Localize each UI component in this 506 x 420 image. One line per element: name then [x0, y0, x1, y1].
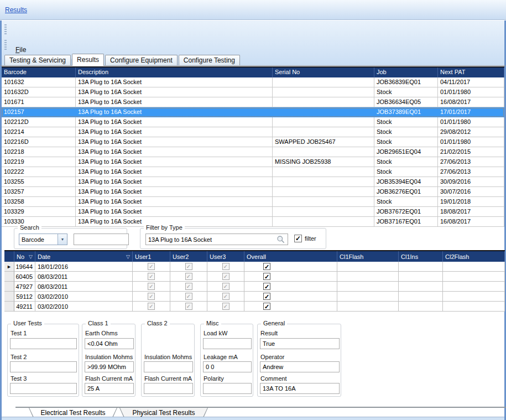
- class2-flash-input[interactable]: [144, 383, 193, 394]
- cell-barcode: 102222: [2, 167, 76, 177]
- equipment-row[interactable]: 101632D 13A Plug to 16A Socket Stock 01/…: [2, 87, 504, 97]
- class2-insulation-input[interactable]: [144, 361, 193, 372]
- checkbox-user3[interactable]: [222, 303, 229, 310]
- equipment-row[interactable]: 102222 13A Plug to 16A Socket Stock 27/0…: [2, 167, 504, 177]
- equipment-row[interactable]: 103257 13A Plug to 16A Socket JOB36276EQ…: [2, 187, 504, 197]
- column-header-cl1ins[interactable]: Cl1Ins: [399, 251, 443, 262]
- result-row[interactable]: 19644 18/01/2016: [4, 262, 505, 272]
- checkbox-user2[interactable]: [185, 303, 192, 310]
- class1-flash-input[interactable]: [85, 383, 134, 394]
- result-row[interactable]: 47927 08/03/2011: [4, 282, 505, 292]
- search-input[interactable]: [74, 234, 129, 245]
- column-header-serial[interactable]: Serial No: [273, 68, 374, 77]
- result-input[interactable]: [260, 338, 340, 349]
- equipment-row[interactable]: 102216D 13A Plug to 16A Socket SWAPPED J…: [2, 137, 504, 147]
- equipment-row[interactable]: 102219 13A Plug to 16A Socket MISSING JO…: [2, 157, 504, 167]
- equipment-row[interactable]: 103330 13A Plug to 16A Socket JOB37167EQ…: [2, 217, 504, 227]
- column-header-barcode[interactable]: Barcode: [2, 68, 76, 77]
- test2-label: Test 2: [11, 354, 27, 360]
- row-selector-cell: [4, 302, 14, 312]
- checkbox-overall[interactable]: [263, 263, 270, 270]
- checkbox-user1[interactable]: [148, 273, 155, 280]
- class2-title: Class 2: [145, 320, 170, 326]
- test2-input[interactable]: [10, 361, 77, 372]
- polarity-input[interactable]: [203, 383, 252, 394]
- equipment-row[interactable]: 103255 13A Plug to 16A Socket JOB35394EQ…: [2, 177, 504, 187]
- filter-type-input[interactable]: [146, 234, 277, 245]
- equipment-row[interactable]: 102214 13A Plug to 16A Socket Stock 29/0…: [2, 127, 504, 137]
- equipment-row[interactable]: 103258 13A Plug to 16A Socket Stock 19/0…: [2, 197, 504, 207]
- column-header-no[interactable]: No: [14, 251, 35, 262]
- checkbox-user3[interactable]: [222, 283, 229, 290]
- column-header-cl2flash[interactable]: Cl2Flash: [443, 251, 505, 262]
- equipment-row[interactable]: 102212D 13A Plug to 16A Socket Stock 01/…: [2, 117, 504, 127]
- cell-barcode: 101632D: [2, 87, 76, 97]
- column-header-user1[interactable]: User1: [133, 251, 170, 262]
- column-header-next-pat[interactable]: Next PAT: [438, 68, 504, 77]
- cell-next-pat: 18/08/2017: [438, 207, 504, 217]
- column-header-date[interactable]: Date: [35, 251, 133, 262]
- checkbox-user1[interactable]: [148, 263, 155, 270]
- checkbox-user2[interactable]: [185, 283, 192, 290]
- checkbox-user3[interactable]: [222, 293, 229, 300]
- column-header-cl1flash[interactable]: Cl1Flash: [337, 251, 399, 262]
- filter-checkbox[interactable]: [294, 235, 302, 242]
- test1-input[interactable]: [10, 338, 77, 349]
- class1-insulation-input[interactable]: [85, 361, 134, 372]
- main-tab[interactable]: Configure Testing: [179, 55, 240, 65]
- row-selector-cell: [4, 272, 14, 282]
- earth-ohms-input[interactable]: [85, 338, 134, 349]
- result-row[interactable]: 59112 03/02/2010: [4, 292, 505, 302]
- filter-groupbox-title: Filter by Type: [144, 224, 185, 231]
- results-back-link[interactable]: Results: [5, 6, 27, 14]
- cell-job: JOB37389EQ01: [374, 107, 438, 117]
- cell-barcode: 101671: [2, 97, 76, 107]
- sort-icon: [29, 254, 33, 260]
- main-tabstrip: Testing & Servicing Results Configure Eq…: [0, 54, 506, 66]
- equipment-row[interactable]: 101671 13A Plug to 16A Socket JOB36634EQ…: [2, 97, 504, 107]
- checkbox-user3[interactable]: [222, 263, 229, 270]
- result-row[interactable]: 49211 03/02/2010: [4, 302, 505, 312]
- main-tab[interactable]: Configure Equipment: [105, 55, 178, 65]
- checkbox-user1[interactable]: [148, 303, 155, 310]
- cell-cl1ins: [399, 282, 443, 292]
- cell-date: 03/02/2010: [35, 292, 133, 302]
- checkbox-user2[interactable]: [185, 263, 192, 270]
- checkbox-user2[interactable]: [185, 273, 192, 280]
- result-row[interactable]: 60405 08/03/2011: [4, 272, 505, 282]
- dropdown-arrow-icon: [58, 234, 67, 245]
- search-field-select[interactable]: Barcode: [19, 234, 67, 245]
- checkbox-overall[interactable]: [263, 283, 270, 290]
- row-selector-cell: [4, 292, 14, 302]
- search-magnifier-icon[interactable]: [277, 235, 288, 244]
- checkbox-overall[interactable]: [263, 293, 270, 300]
- equipment-row[interactable]: 103329 13A Plug to 16A Socket JOB37672EQ…: [2, 207, 504, 217]
- cell-user3: [207, 292, 244, 302]
- column-header-job[interactable]: Job: [374, 68, 438, 77]
- column-header-user2[interactable]: User2: [170, 251, 207, 262]
- main-tab[interactable]: Results: [72, 54, 104, 66]
- checkbox-user3[interactable]: [222, 273, 229, 280]
- cell-next-pat: 04/11/2017: [438, 77, 504, 87]
- checkbox-user2[interactable]: [185, 293, 192, 300]
- cell-barcode: 103257: [2, 187, 76, 197]
- column-header-description[interactable]: Description: [76, 68, 273, 77]
- comment-input[interactable]: [260, 383, 340, 394]
- cell-serial: MISSING JOB25938: [273, 157, 374, 167]
- operator-input[interactable]: [260, 361, 340, 372]
- checkbox-overall[interactable]: [263, 303, 270, 310]
- bottom-tab-label: Electrical Test Results: [29, 408, 117, 417]
- checkbox-user1[interactable]: [148, 283, 155, 290]
- test3-input[interactable]: [10, 383, 77, 394]
- equipment-row[interactable]: 101632 13A Plug to 16A Socket JOB36839EQ…: [2, 77, 504, 87]
- checkbox-overall[interactable]: [263, 273, 270, 280]
- leakage-input[interactable]: [203, 361, 252, 372]
- equipment-row[interactable]: 102218 13A Plug to 16A Socket JOB29651EQ…: [2, 147, 504, 157]
- load-kw-input[interactable]: [203, 338, 252, 349]
- column-header-overall[interactable]: Overall: [244, 251, 337, 262]
- cell-date: 08/03/2011: [35, 272, 133, 282]
- column-header-user3[interactable]: User3: [207, 251, 244, 262]
- checkbox-user1[interactable]: [148, 293, 155, 300]
- equipment-row[interactable]: 102157 13A Plug to 16A Socket JOB37389EQ…: [2, 107, 504, 117]
- main-tab[interactable]: Testing & Servicing: [4, 55, 71, 65]
